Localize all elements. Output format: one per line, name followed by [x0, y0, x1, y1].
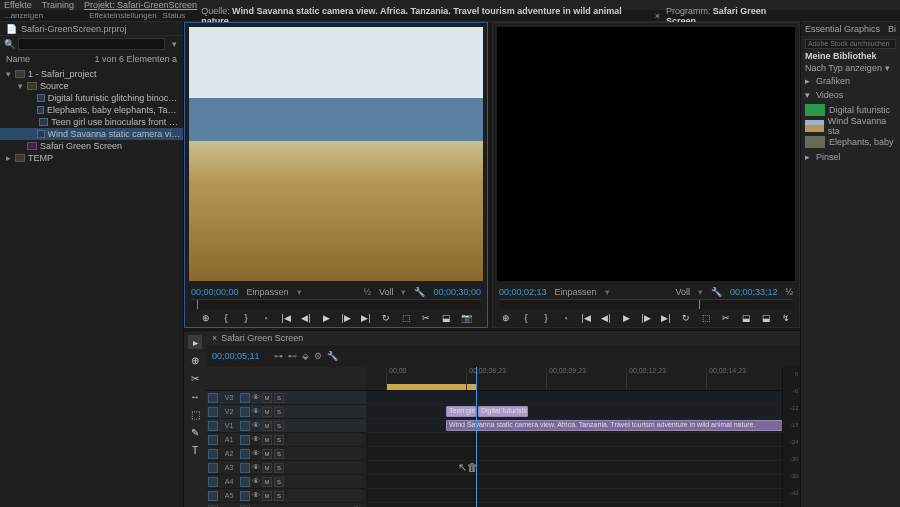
chevron-right-icon[interactable]: ▸ [805, 152, 813, 162]
tree-item[interactable]: Elephants, baby elephants, Tanzania, Afr… [0, 104, 183, 116]
program-tc-in[interactable]: 00;00;02;13 [499, 287, 547, 297]
tool-button[interactable]: ↔ [188, 389, 202, 403]
transport-button[interactable]: ⬓ [739, 311, 753, 325]
menu-project[interactable]: Projekt: Safari-GreenScreen [84, 0, 197, 10]
transport-button[interactable]: ⊕ [199, 311, 213, 325]
eg-section-videos[interactable]: Videos [816, 90, 843, 100]
source-scrubber[interactable] [191, 299, 481, 309]
transport-button[interactable]: ⬓ [439, 311, 453, 325]
close-icon[interactable]: × [655, 11, 660, 21]
chevron-down-icon[interactable]: ▾ [805, 90, 813, 100]
tool-button[interactable]: ✂ [188, 371, 202, 385]
playhead[interactable] [476, 367, 477, 507]
track-row[interactable] [366, 489, 782, 503]
tree-item[interactable]: Teen girl use binoculars front view [0, 116, 183, 128]
menu-training[interactable]: Training [42, 0, 74, 10]
tool-button[interactable]: ✎ [188, 425, 202, 439]
transport-button[interactable]: ◦ [559, 311, 573, 325]
project-search-input[interactable] [18, 38, 165, 50]
track-row[interactable] [366, 433, 782, 447]
track-row[interactable]: Wind Savanna static camera view. Africa.… [366, 419, 782, 433]
filter-icon[interactable]: ▾ [169, 39, 179, 49]
tree-item[interactable]: Safari Green Screen [0, 140, 183, 152]
eg-title[interactable]: Essential Graphics [805, 24, 880, 34]
link-icon[interactable]: ⊷ [288, 351, 297, 361]
col-name[interactable]: Name [6, 54, 30, 64]
transport-button[interactable]: ⬓ [759, 311, 773, 325]
eg-item[interactable]: Elephants, baby [801, 134, 900, 150]
transport-button[interactable]: } [539, 311, 553, 325]
menu-effects[interactable]: Effekte [4, 0, 32, 10]
transport-button[interactable]: ⬚ [399, 311, 413, 325]
transport-button[interactable]: ↻ [679, 311, 693, 325]
track-header[interactable]: V3👁MS [206, 391, 366, 405]
chevron-down-icon[interactable]: ▾ [885, 63, 890, 73]
marker-icon[interactable]: ⬙ [302, 351, 309, 361]
track-header[interactable]: A2👁MS [206, 447, 366, 461]
track-header[interactable]: V1👁MS [206, 419, 366, 433]
time-ruler[interactable]: 00;0000;00;08;2300;00;09;2300;00;12;2300… [366, 367, 782, 391]
clip[interactable]: Teen girl us [446, 406, 476, 417]
source-fit[interactable]: Einpassen [247, 287, 289, 297]
program-tc-out[interactable]: 00;00;33;12 [730, 287, 778, 297]
eg-item[interactable]: Wind Savanna sta [801, 118, 900, 134]
program-scrubber[interactable] [499, 299, 793, 309]
timeline-tc[interactable]: 00;00;05;11 [212, 351, 260, 361]
track-row[interactable] [366, 461, 782, 475]
transport-button[interactable]: ▶| [359, 311, 373, 325]
transport-button[interactable]: ⬚ [699, 311, 713, 325]
transport-button[interactable]: ◀| [599, 311, 613, 325]
project-tree[interactable]: ▾1 - Safari_project▾SourceDigital futuri… [0, 66, 183, 507]
eg-section-brush[interactable]: Pinsel [816, 152, 841, 162]
transport-button[interactable]: 📷 [459, 311, 473, 325]
source-tc-in[interactable]: 00;00;00;00 [191, 287, 239, 297]
tree-item[interactable]: ▾1 - Safari_project [0, 68, 183, 80]
program-video[interactable] [497, 27, 795, 281]
eg-bib[interactable]: Bi [888, 24, 896, 34]
tab-status[interactable]: Status [163, 11, 186, 20]
track-row[interactable] [366, 475, 782, 489]
transport-button[interactable]: |▶ [339, 311, 353, 325]
snap-icon[interactable]: ⊶ [274, 351, 283, 361]
tree-item[interactable]: Wind Savanna static camera view. Africa.… [0, 128, 183, 140]
clip[interactable]: Wind Savanna static camera view. Africa.… [446, 420, 782, 431]
search-icon[interactable]: 🔍 [4, 39, 14, 49]
source-full[interactable]: Voll [379, 287, 394, 297]
track-header[interactable]: A1👁MS [206, 433, 366, 447]
program-half[interactable]: ½ [785, 287, 793, 297]
track-header[interactable]: V2👁MS [206, 405, 366, 419]
transport-button[interactable]: ↻ [379, 311, 393, 325]
wrench-icon[interactable]: 🔧 [414, 287, 425, 297]
tool-button[interactable]: ⬚ [188, 407, 202, 421]
clip[interactable]: Digital futuristic gli [478, 406, 528, 417]
program-fit[interactable]: Einpassen [555, 287, 597, 297]
sequence-tab[interactable]: Safari Green Screen [221, 333, 303, 343]
track-header[interactable]: A4👁MS [206, 475, 366, 489]
wrench-icon[interactable]: 🔧 [711, 287, 722, 297]
transport-button[interactable]: ◀| [299, 311, 313, 325]
transport-button[interactable]: ✂ [719, 311, 733, 325]
transport-button[interactable]: { [519, 311, 533, 325]
track-row[interactable]: Teen girl usDigital futuristic gli [366, 405, 782, 419]
program-full[interactable]: Voll [675, 287, 690, 297]
eg-section-graphics[interactable]: Grafiken [816, 76, 850, 86]
transport-button[interactable]: ◦ [259, 311, 273, 325]
transport-button[interactable]: ▶| [659, 311, 673, 325]
transport-button[interactable]: |▶ [639, 311, 653, 325]
transport-button[interactable]: ✂ [419, 311, 433, 325]
transport-button[interactable]: { [219, 311, 233, 325]
tool-button[interactable]: ⊕ [188, 353, 202, 367]
tool-button[interactable]: T [188, 443, 202, 457]
tree-item[interactable]: Digital futuristic glitching binocular v… [0, 92, 183, 104]
tool-button[interactable]: ▸ [188, 335, 202, 349]
track-row[interactable] [366, 447, 782, 461]
track-header[interactable]: A5👁MS [206, 489, 366, 503]
tab-view[interactable]: ...anzeigen [4, 11, 43, 20]
eg-library[interactable]: Meine Bibliothek [805, 51, 877, 61]
transport-button[interactable]: ↯ [779, 311, 793, 325]
tree-item[interactable]: ▾Source [0, 80, 183, 92]
transport-button[interactable]: ⊕ [499, 311, 513, 325]
transport-button[interactable]: |◀ [279, 311, 293, 325]
source-half[interactable]: ½ [363, 287, 371, 297]
wrench-icon[interactable]: 🔧 [327, 351, 338, 361]
